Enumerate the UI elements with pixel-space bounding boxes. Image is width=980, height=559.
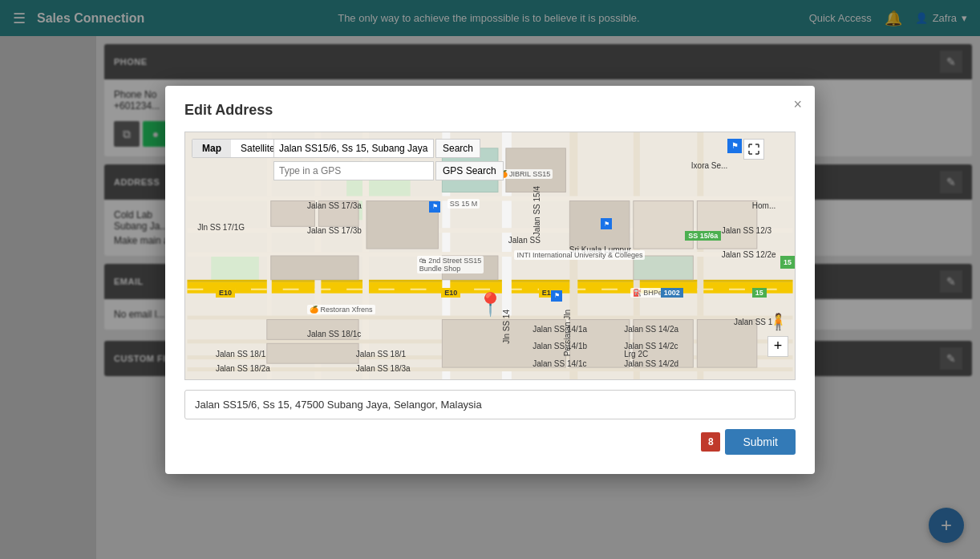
svg-rect-11: [346, 288, 362, 290]
map-transit-icon3: ⚑: [551, 290, 562, 302]
map-label-jalan141c: Jalan SS 14/1c: [533, 359, 586, 368]
svg-rect-40: [271, 201, 315, 226]
svg-rect-10: [314, 288, 330, 290]
map-bookmark-icon: ⚑: [727, 139, 742, 153]
svg-rect-15: [474, 288, 490, 290]
badge-number: 8: [701, 432, 720, 452]
map-search-area: Search GPS Search: [273, 139, 504, 180]
svg-rect-33: [187, 196, 792, 201]
svg-rect-56: [697, 319, 757, 367]
map-label-jalan182a: Jalan SS 18/2a: [216, 364, 270, 373]
address-search-input[interactable]: [273, 139, 434, 158]
address-text-input[interactable]: [184, 390, 796, 419]
map-label-e10-left: E10: [216, 288, 235, 298]
map-label-hom: Hom...: [752, 201, 775, 210]
svg-rect-55: [634, 319, 694, 367]
svg-rect-24: [761, 288, 777, 290]
submit-button[interactable]: Submit: [725, 429, 796, 455]
map-poi-bhpetrol: ⛽ BHPetrol: [630, 288, 675, 298]
map-location-pin: 📍: [476, 291, 504, 318]
svg-rect-39: [187, 367, 792, 371]
svg-rect-13: [411, 288, 427, 290]
svg-rect-32: [267, 132, 272, 379]
map-person-icon[interactable]: 🧍: [768, 312, 788, 331]
svg-rect-23: [729, 288, 745, 290]
svg-rect-42: [366, 201, 438, 249]
map-label-jalan181b: Jalan SS 18/1: [356, 350, 406, 358]
svg-rect-16: [506, 288, 522, 290]
svg-rect-51: [267, 319, 358, 339]
map-label-jalan142a: Jalan SS 14/2a: [624, 325, 678, 334]
map-label-jalan17b: Jalan SS 17/3b: [307, 226, 362, 235]
map-label-e10-mid: E10: [441, 288, 460, 298]
map-label-lrg2c: Lrg 2C: [624, 350, 648, 358]
map-poi-ss15m: SS 15 M: [447, 199, 480, 209]
map-label-15: 15: [752, 288, 767, 298]
svg-rect-41: [318, 201, 358, 226]
svg-rect-52: [267, 343, 358, 363]
map-label-jalan141b: Jalan SS 14/1b: [533, 342, 587, 350]
svg-rect-9: [283, 288, 299, 290]
svg-rect-29: [697, 132, 703, 379]
svg-rect-47: [697, 201, 757, 249]
map-zoom-plus-button[interactable]: +: [767, 336, 788, 357]
map-transit-icon: ⚑: [601, 218, 612, 229]
svg-rect-45: [569, 201, 630, 249]
map-label-jalan18c: Jalan SS 18/1c: [307, 330, 361, 338]
map-label-ss154: SS 15/6a: [685, 231, 721, 241]
svg-rect-48: [271, 256, 358, 280]
map-type-control: Map Satellite: [192, 139, 285, 158]
map-label-jlnss17: Jln SS 17/1G: [197, 223, 245, 232]
address-input-wrapper: [184, 390, 796, 419]
map-label-jalan123: Jalan SS 12/3: [722, 226, 771, 235]
gps-search-input[interactable]: [273, 161, 434, 180]
svg-rect-12: [379, 288, 395, 290]
svg-rect-38: [187, 355, 792, 359]
map-tab-map[interactable]: Map: [192, 140, 231, 157]
map-label-jalan141a: Jalan SS 14/1a: [533, 325, 587, 334]
svg-rect-54: [569, 319, 630, 367]
svg-rect-46: [634, 201, 694, 249]
map-label-jalan181: Jalan SS 18/1: [216, 350, 265, 358]
map-label-jalan-ss1: Jalan SS 1: [734, 318, 772, 326]
map-label-jalan183a: Jalan SS 18/3a: [356, 364, 411, 373]
svg-rect-2: [211, 252, 259, 284]
map-poi-2ndstreet: 🛍 2nd Street SS15Bundle Shop: [417, 256, 484, 273]
svg-rect-8: [251, 288, 267, 290]
svg-rect-18: [569, 288, 585, 290]
gps-search-row: GPS Search: [273, 161, 504, 180]
map-label-persianss14: Persiaran Jln: [563, 310, 572, 356]
map-label-jalan-ss: Jalan SS: [508, 236, 541, 245]
map-transit-icon2: ⚑: [429, 201, 440, 213]
map-container[interactable]: Map Satellite Search GPS Search Jln SS 1…: [184, 132, 796, 380]
svg-rect-5: [187, 279, 792, 282]
map-label-jalan154: Jalan SS 15/4: [533, 186, 541, 236]
modal-footer: 8 Submit: [184, 429, 796, 455]
map-poi-restoran: 🍊 Restoran Xfrens: [307, 305, 375, 314]
modal-backdrop: × Edit Address: [0, 0, 980, 559]
svg-rect-35: [187, 252, 792, 257]
map-label-ixora: Ixora Se...: [691, 161, 728, 170]
svg-rect-34: [187, 228, 792, 233]
modal-close-button[interactable]: ×: [793, 97, 802, 111]
address-search-row: Search: [273, 139, 504, 158]
map-poi-inti: INTI International University & Colleges: [514, 250, 645, 260]
svg-rect-22: [697, 288, 713, 290]
map-label-jalan142d: Jalan SS 14/2d: [624, 359, 678, 368]
map-label-jalan122e: Jalan SS 12/2e: [722, 250, 776, 259]
edit-address-modal: × Edit Address: [165, 86, 815, 474]
map-route-15-badge: 15: [780, 256, 795, 269]
svg-rect-19: [601, 288, 618, 290]
svg-rect-7: [219, 288, 235, 290]
map-poi-jibril: 🍊 JIBRIL SS15: [496, 169, 553, 179]
svg-rect-6: [187, 288, 203, 290]
modal-title: Edit Address: [184, 102, 796, 119]
svg-rect-37: [187, 339, 792, 343]
svg-rect-14: [442, 288, 458, 290]
map-fullscreen-button[interactable]: [743, 139, 764, 160]
gps-search-button[interactable]: GPS Search: [435, 161, 504, 180]
address-search-button[interactable]: Search: [435, 139, 480, 158]
map-label-jalan142c: Jalan SS 14/2c: [624, 342, 678, 350]
map-label-jalan17a: Jalan SS 17/3a: [307, 201, 362, 210]
svg-rect-53: [442, 319, 565, 367]
